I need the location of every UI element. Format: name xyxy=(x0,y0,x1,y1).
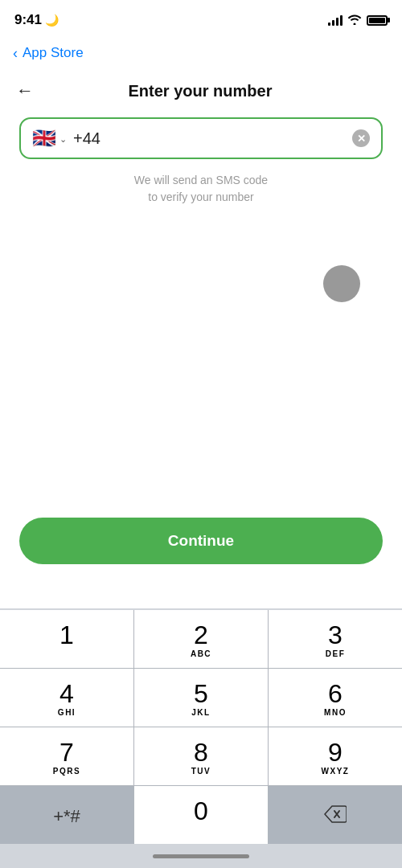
key-1[interactable]: 1 xyxy=(0,610,133,668)
clear-button[interactable]: ✕ xyxy=(352,129,370,147)
top-nav: ‹ App Store xyxy=(0,35,402,71)
phone-input-box: 🇬🇧 ⌄ +44 ✕ xyxy=(19,117,383,159)
chevron-down-icon: ⌄ xyxy=(59,134,67,145)
continue-button[interactable]: Continue xyxy=(19,518,383,564)
status-bar: 9:41 🌙 xyxy=(0,0,402,35)
key-6[interactable]: 6 MNO xyxy=(269,669,402,727)
phone-number-display[interactable]: +44 xyxy=(73,129,346,148)
app-store-back-button[interactable]: ‹ App Store xyxy=(13,45,84,62)
home-bar xyxy=(153,854,249,858)
status-time: 9:41 🌙 xyxy=(14,12,59,28)
back-chevron-icon: ‹ xyxy=(13,45,18,62)
flag-icon: 🇬🇧 xyxy=(32,129,56,148)
phone-input-section: 🇬🇧 ⌄ +44 ✕ xyxy=(0,117,402,159)
battery-icon xyxy=(367,15,388,26)
keypad: 1 2 ABC 3 DEF 4 GHI 5 JKL 6 MNO 7 PQRS xyxy=(0,608,402,868)
sms-note-line1: We will send an SMS code xyxy=(134,174,268,186)
wifi-icon xyxy=(347,14,362,27)
continue-section: Continue xyxy=(0,518,402,564)
page-header: ← Enter your number xyxy=(0,71,402,117)
status-icons xyxy=(328,14,388,27)
key-symbols[interactable]: +*# xyxy=(0,786,133,844)
page-title: Enter your number xyxy=(43,82,357,100)
key-3[interactable]: 3 DEF xyxy=(269,610,402,668)
sms-note-line2: to verify your number xyxy=(148,190,254,203)
key-2[interactable]: 2 ABC xyxy=(134,610,268,668)
country-selector[interactable]: 🇬🇧 ⌄ xyxy=(32,129,67,148)
back-button[interactable]: ← xyxy=(13,77,37,104)
moon-icon: 🌙 xyxy=(45,14,59,27)
home-indicator xyxy=(0,844,402,868)
app-store-label: App Store xyxy=(23,45,84,61)
signal-icon xyxy=(328,14,343,26)
gray-circle-decoration xyxy=(323,265,360,302)
time-display: 9:41 xyxy=(14,12,42,28)
key-7[interactable]: 7 PQRS xyxy=(0,727,133,785)
key-4[interactable]: 4 GHI xyxy=(0,669,133,727)
key-8[interactable]: 8 TUV xyxy=(134,727,268,785)
key-9[interactable]: 9 WXYZ xyxy=(269,727,402,785)
delete-key[interactable] xyxy=(269,786,402,844)
clear-icon: ✕ xyxy=(357,133,366,145)
delete-icon xyxy=(324,805,347,828)
keypad-grid: 1 2 ABC 3 DEF 4 GHI 5 JKL 6 MNO 7 PQRS xyxy=(0,610,402,844)
sms-note: We will send an SMS code to verify your … xyxy=(0,172,402,206)
key-5[interactable]: 5 JKL xyxy=(134,669,268,727)
key-0[interactable]: 0 xyxy=(134,786,268,844)
